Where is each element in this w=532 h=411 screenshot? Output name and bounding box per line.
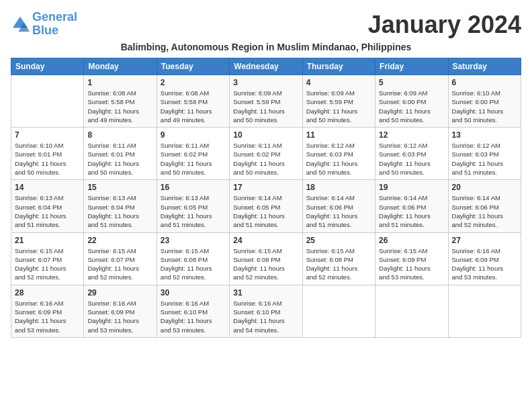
day-detail: Sunrise: 6:14 AM Sunset: 6:06 PM Dayligh… <box>306 193 371 229</box>
logo-text: General Blue <box>32 11 77 38</box>
day-number: 24 <box>233 236 298 245</box>
calendar-cell: 3Sunrise: 6:09 AM Sunset: 5:59 PM Daylig… <box>230 75 302 128</box>
days-header-row: SundayMondayTuesdayWednesdayThursdayFrid… <box>11 58 521 75</box>
day-detail: Sunrise: 6:12 AM Sunset: 6:03 PM Dayligh… <box>452 141 517 177</box>
day-number: 30 <box>161 288 226 298</box>
calendar-cell: 22Sunrise: 6:15 AM Sunset: 6:07 PM Dayli… <box>84 232 157 285</box>
calendar-cell: 2Sunrise: 6:08 AM Sunset: 5:58 PM Daylig… <box>157 75 229 128</box>
day-number: 9 <box>161 130 226 140</box>
calendar-cell: 18Sunrise: 6:14 AM Sunset: 6:06 PM Dayli… <box>302 180 375 232</box>
calendar-cell: 12Sunrise: 6:12 AM Sunset: 6:03 PM Dayli… <box>375 128 448 180</box>
day-number: 3 <box>233 78 298 87</box>
day-detail: Sunrise: 6:16 AM Sunset: 6:09 PM Dayligh… <box>452 246 517 282</box>
day-detail: Sunrise: 6:10 AM Sunset: 6:01 PM Dayligh… <box>15 141 80 177</box>
day-detail: Sunrise: 6:11 AM Sunset: 6:02 PM Dayligh… <box>233 141 298 177</box>
calendar-cell: 19Sunrise: 6:14 AM Sunset: 6:06 PM Dayli… <box>375 180 448 232</box>
day-header-friday: Friday <box>375 58 448 75</box>
day-number: 2 <box>161 78 226 87</box>
calendar-cell: 31Sunrise: 6:16 AM Sunset: 6:10 PM Dayli… <box>230 285 302 337</box>
day-number: 12 <box>379 130 444 140</box>
day-number: 17 <box>233 183 298 192</box>
day-number: 11 <box>306 130 371 140</box>
day-number: 23 <box>161 236 226 245</box>
day-detail: Sunrise: 6:12 AM Sunset: 6:03 PM Dayligh… <box>379 141 444 177</box>
day-detail: Sunrise: 6:09 AM Sunset: 5:59 PM Dayligh… <box>233 89 298 124</box>
week-row-4: 21Sunrise: 6:15 AM Sunset: 6:07 PM Dayli… <box>11 232 521 285</box>
day-number: 13 <box>452 130 517 140</box>
calendar-cell <box>448 285 521 337</box>
day-detail: Sunrise: 6:14 AM Sunset: 6:06 PM Dayligh… <box>379 193 444 229</box>
month-title: January 2024 <box>368 11 521 39</box>
day-detail: Sunrise: 6:15 AM Sunset: 6:09 PM Dayligh… <box>379 246 444 282</box>
day-number: 28 <box>15 288 80 298</box>
calendar-cell <box>302 285 375 337</box>
day-detail: Sunrise: 6:15 AM Sunset: 6:07 PM Dayligh… <box>15 246 80 282</box>
day-number: 26 <box>379 236 444 245</box>
calendar-cell: 23Sunrise: 6:15 AM Sunset: 6:08 PM Dayli… <box>157 232 229 285</box>
logo-line2: Blue <box>32 24 58 37</box>
day-number: 27 <box>452 236 517 245</box>
calendar-cell: 6Sunrise: 6:10 AM Sunset: 6:00 PM Daylig… <box>448 75 521 128</box>
calendar-cell: 27Sunrise: 6:16 AM Sunset: 6:09 PM Dayli… <box>448 232 521 285</box>
subtitle: Balimbing, Autonomous Region in Muslim M… <box>11 42 521 52</box>
calendar-cell: 1Sunrise: 6:08 AM Sunset: 5:58 PM Daylig… <box>84 75 157 128</box>
day-number: 6 <box>452 78 517 87</box>
day-detail: Sunrise: 6:11 AM Sunset: 6:02 PM Dayligh… <box>161 141 226 177</box>
calendar-cell: 24Sunrise: 6:15 AM Sunset: 6:08 PM Dayli… <box>230 232 302 285</box>
day-detail: Sunrise: 6:14 AM Sunset: 6:05 PM Dayligh… <box>233 193 298 229</box>
day-detail: Sunrise: 6:16 AM Sunset: 6:09 PM Dayligh… <box>15 299 80 334</box>
day-number: 31 <box>233 288 298 298</box>
day-number: 21 <box>15 236 80 245</box>
calendar-cell: 20Sunrise: 6:14 AM Sunset: 6:06 PM Dayli… <box>448 180 521 232</box>
day-number: 5 <box>379 78 444 87</box>
day-detail: Sunrise: 6:10 AM Sunset: 6:00 PM Dayligh… <box>452 89 517 124</box>
calendar-cell: 4Sunrise: 6:09 AM Sunset: 5:59 PM Daylig… <box>302 75 375 128</box>
logo: General Blue <box>11 11 77 38</box>
calendar-cell: 9Sunrise: 6:11 AM Sunset: 6:02 PM Daylig… <box>157 128 229 180</box>
day-number: 22 <box>87 236 152 245</box>
header: General Blue January 2024 <box>11 11 521 39</box>
calendar-cell: 28Sunrise: 6:16 AM Sunset: 6:09 PM Dayli… <box>11 285 84 337</box>
calendar-cell: 17Sunrise: 6:14 AM Sunset: 6:05 PM Dayli… <box>230 180 302 232</box>
day-detail: Sunrise: 6:13 AM Sunset: 6:04 PM Dayligh… <box>87 193 152 229</box>
day-number: 19 <box>379 183 444 192</box>
calendar-cell: 11Sunrise: 6:12 AM Sunset: 6:03 PM Dayli… <box>302 128 375 180</box>
calendar-cell: 16Sunrise: 6:13 AM Sunset: 6:05 PM Dayli… <box>157 180 229 232</box>
day-header-sunday: Sunday <box>11 58 84 75</box>
calendar-cell: 5Sunrise: 6:09 AM Sunset: 6:00 PM Daylig… <box>375 75 448 128</box>
day-number: 1 <box>87 78 152 87</box>
day-header-saturday: Saturday <box>448 58 521 75</box>
calendar-cell: 13Sunrise: 6:12 AM Sunset: 6:03 PM Dayli… <box>448 128 521 180</box>
day-detail: Sunrise: 6:15 AM Sunset: 6:07 PM Dayligh… <box>87 246 152 282</box>
calendar-cell: 7Sunrise: 6:10 AM Sunset: 6:01 PM Daylig… <box>11 128 84 180</box>
day-detail: Sunrise: 6:08 AM Sunset: 5:58 PM Dayligh… <box>87 89 152 124</box>
day-detail: Sunrise: 6:16 AM Sunset: 6:10 PM Dayligh… <box>233 299 298 334</box>
calendar-table: SundayMondayTuesdayWednesdayThursdayFrid… <box>11 58 521 338</box>
day-detail: Sunrise: 6:09 AM Sunset: 6:00 PM Dayligh… <box>379 89 444 124</box>
day-number: 20 <box>452 183 517 192</box>
day-detail: Sunrise: 6:15 AM Sunset: 6:08 PM Dayligh… <box>233 246 298 282</box>
day-number: 4 <box>306 78 371 87</box>
day-number: 8 <box>87 130 152 140</box>
day-detail: Sunrise: 6:16 AM Sunset: 6:10 PM Dayligh… <box>161 299 226 334</box>
logo-line1: General <box>32 10 77 24</box>
day-detail: Sunrise: 6:11 AM Sunset: 6:01 PM Dayligh… <box>87 141 152 177</box>
day-number: 18 <box>306 183 371 192</box>
day-detail: Sunrise: 6:16 AM Sunset: 6:09 PM Dayligh… <box>87 299 152 334</box>
day-detail: Sunrise: 6:15 AM Sunset: 6:08 PM Dayligh… <box>306 246 371 282</box>
day-detail: Sunrise: 6:13 AM Sunset: 6:04 PM Dayligh… <box>15 193 80 229</box>
day-detail: Sunrise: 6:09 AM Sunset: 5:59 PM Dayligh… <box>306 89 371 124</box>
day-header-wednesday: Wednesday <box>230 58 302 75</box>
calendar-cell <box>11 75 84 128</box>
day-number: 15 <box>87 183 152 192</box>
day-number: 16 <box>161 183 226 192</box>
calendar-cell: 8Sunrise: 6:11 AM Sunset: 6:01 PM Daylig… <box>84 128 157 180</box>
day-number: 10 <box>233 130 298 140</box>
day-detail: Sunrise: 6:08 AM Sunset: 5:58 PM Dayligh… <box>161 89 226 124</box>
logo-icon <box>11 15 30 34</box>
day-number: 29 <box>87 288 152 298</box>
day-header-monday: Monday <box>84 58 157 75</box>
calendar-cell <box>375 285 448 337</box>
day-number: 7 <box>15 130 80 140</box>
calendar-cell: 14Sunrise: 6:13 AM Sunset: 6:04 PM Dayli… <box>11 180 84 232</box>
